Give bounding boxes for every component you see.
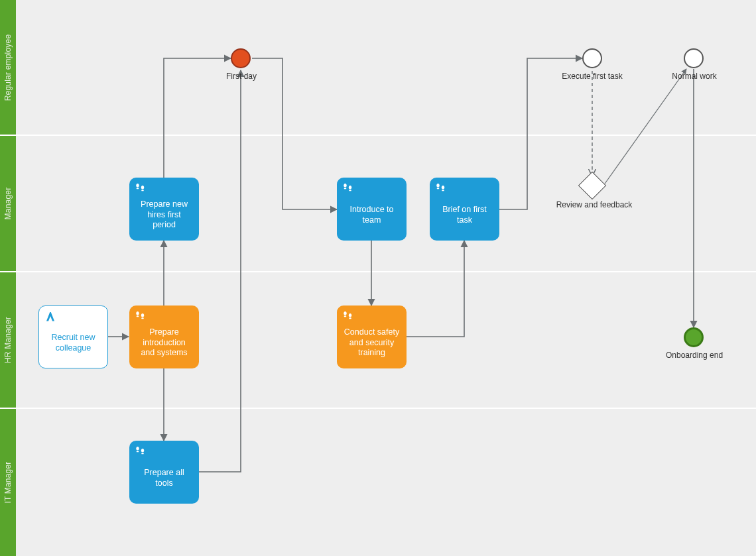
- event-execute-first-task[interactable]: [582, 48, 602, 68]
- bpmn-diagram: Regular employee Manager HR Manager IT M…: [0, 0, 756, 556]
- edge-prep-period-to-first-day[interactable]: [164, 58, 231, 178]
- task-introduce-to-team[interactable]: Introduce to team: [337, 178, 407, 241]
- event-label: Execute first task: [559, 72, 625, 81]
- task-label: Recruit new colleague: [46, 333, 101, 353]
- task-prepare-introduction[interactable]: Prepare introduction and systems: [129, 306, 199, 368]
- task-prepare-all-tools[interactable]: Prepare all tools: [129, 441, 199, 504]
- lane-label: IT Manager: [3, 461, 13, 503]
- edge-layer: [0, 0, 756, 556]
- gateway-label: Review and feedback: [554, 200, 634, 209]
- start-icon: [44, 310, 56, 322]
- lane-header-manager[interactable]: Manager: [0, 136, 16, 271]
- footprints-icon: [135, 309, 147, 321]
- lane-header-regular-employee[interactable]: Regular employee: [0, 0, 16, 135]
- edge-training-to-brief[interactable]: [407, 241, 464, 337]
- lane-label: Manager: [3, 188, 13, 220]
- task-label: Prepare all tools: [136, 468, 192, 488]
- task-label: Conduct safety and security training: [344, 327, 400, 359]
- event-normal-work[interactable]: [684, 48, 704, 68]
- event-onboarding-end[interactable]: [684, 327, 704, 347]
- task-conduct-training[interactable]: Conduct safety and security training: [337, 306, 407, 368]
- footprints-icon: [342, 309, 354, 321]
- task-label: Introduce to team: [344, 205, 400, 225]
- footprints-icon: [435, 182, 447, 194]
- event-label: Normal work: [671, 72, 718, 81]
- task-brief-first-task[interactable]: Brief on first task: [430, 178, 499, 241]
- gateway-review[interactable]: [578, 172, 606, 199]
- footprints-icon: [135, 182, 147, 194]
- task-recruit[interactable]: Recruit new colleague: [38, 306, 108, 368]
- lane-label: HR Manager: [3, 317, 13, 363]
- lane-label: Regular employee: [3, 34, 13, 101]
- event-first-day[interactable]: [231, 48, 251, 68]
- footprints-icon: [135, 445, 147, 457]
- footprints-icon: [342, 182, 354, 194]
- event-label: Onboarding end: [666, 351, 723, 360]
- edge-brief-to-exec-first[interactable]: [499, 58, 582, 209]
- lane-separator: [0, 408, 756, 409]
- event-label: First day: [225, 72, 257, 81]
- lane-header-hr-manager[interactable]: HR Manager: [0, 272, 16, 408]
- edge-first-day-to-introduce[interactable]: [252, 58, 337, 209]
- lane-header-it-manager[interactable]: IT Manager: [0, 409, 16, 556]
- task-prepare-first-period[interactable]: Prepare new hires first period: [129, 178, 199, 241]
- task-label: Brief on first task: [436, 205, 493, 225]
- task-label: Prepare new hires first period: [136, 199, 192, 231]
- edge-review-to-normal-work[interactable]: [603, 69, 686, 186]
- lane-separator: [0, 135, 756, 136]
- lane-separator: [0, 271, 756, 272]
- task-label: Prepare introduction and systems: [136, 327, 192, 359]
